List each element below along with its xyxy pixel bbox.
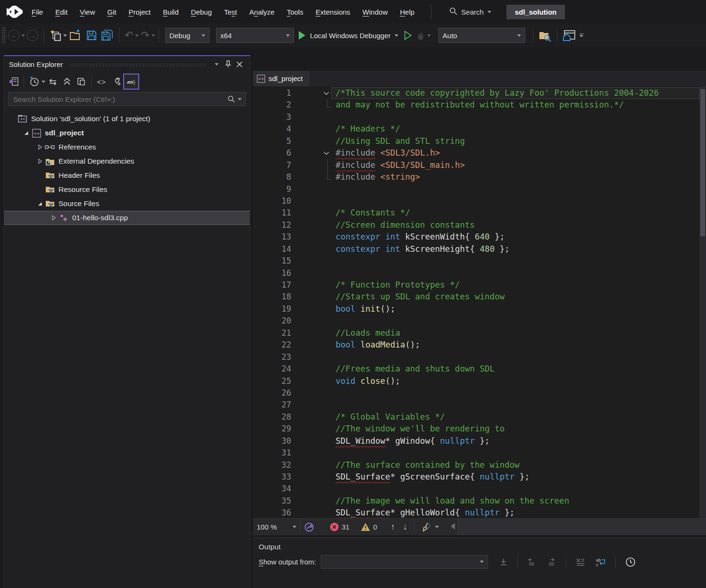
- platform-combo[interactable]: x64: [216, 28, 294, 43]
- solution-explorer-search-box[interactable]: [8, 92, 246, 106]
- menu-window[interactable]: Window: [356, 6, 394, 18]
- code-line-14[interactable]: 14constexpr int kScreenHeight{ 480 };: [253, 243, 699, 255]
- properties-button[interactable]: [109, 75, 122, 88]
- redo-caret-icon[interactable]: [151, 34, 155, 37]
- code-line-30[interactable]: 30SDL_Window* gWindow{ nullptr };: [253, 435, 699, 447]
- tree-item-01-hello-sdl3-cpp[interactable]: 01-hello-sdl3.cpp: [4, 211, 250, 225]
- tree-item-header-files[interactable]: Header Files: [4, 168, 250, 182]
- menu-help[interactable]: Help: [394, 6, 420, 18]
- code-line-24[interactable]: 24//Frees media and shuts down SDL: [253, 363, 699, 375]
- code-line-6[interactable]: 6#include <SDL3/SDL.h>: [253, 147, 699, 159]
- line-number[interactable]: 4: [253, 123, 291, 135]
- code-line-27[interactable]: 27: [253, 399, 699, 411]
- solution-explorer-shortcut-button[interactable]: [537, 27, 554, 44]
- line-number[interactable]: 20: [253, 315, 291, 327]
- code-line-3[interactable]: 3: [253, 111, 699, 123]
- code-line-34[interactable]: 34: [253, 483, 699, 495]
- line-number[interactable]: 34: [253, 483, 291, 495]
- hot-reload-button[interactable]: [414, 27, 427, 44]
- code-line-8[interactable]: 8#include <string>: [253, 171, 699, 183]
- scroll-left-arrow-icon[interactable]: [451, 523, 455, 530]
- undo-button[interactable]: ↶: [123, 27, 135, 44]
- code-line-18[interactable]: 18//Starts up SDL and creates window: [253, 291, 699, 303]
- sync-with-active-document-button[interactable]: ⇆: [46, 75, 59, 88]
- line-number[interactable]: 36: [253, 507, 291, 519]
- menu-test[interactable]: Test: [218, 6, 244, 18]
- code-line-19[interactable]: 19bool init();: [253, 303, 699, 315]
- pending-changes-filter-button[interactable]: [27, 75, 41, 88]
- line-number[interactable]: 8: [253, 171, 291, 183]
- save-all-button[interactable]: [99, 27, 116, 44]
- solution-name-badge[interactable]: sdl_solution: [506, 5, 565, 19]
- code-line-11[interactable]: 11/* Constants */: [253, 207, 699, 219]
- tree-item-sdl-project[interactable]: ++sdl_project: [4, 126, 250, 140]
- toolbar-grip[interactable]: [2, 27, 6, 44]
- line-number[interactable]: 25: [253, 375, 291, 387]
- code-line-5[interactable]: 5//Using SDL and STL string: [253, 135, 699, 147]
- line-number[interactable]: 16: [253, 267, 291, 279]
- tree-item-resource-files[interactable]: Resource Files: [4, 182, 250, 197]
- menu-debug[interactable]: Debug: [185, 6, 218, 18]
- show-output-from-combo[interactable]: [321, 555, 488, 569]
- line-number[interactable]: 35: [253, 495, 291, 507]
- code-line-4[interactable]: 4/* Headers */: [253, 123, 699, 135]
- solution-explorer-search-input[interactable]: [12, 95, 227, 104]
- line-number[interactable]: 2: [253, 99, 291, 111]
- line-number[interactable]: 32: [253, 459, 291, 471]
- line-number[interactable]: 29: [253, 423, 291, 435]
- code-line-26[interactable]: 26: [253, 387, 699, 399]
- line-number[interactable]: 33: [253, 471, 291, 483]
- undo-caret-icon[interactable]: [135, 34, 139, 37]
- start-window-button[interactable]: [561, 27, 578, 44]
- line-number[interactable]: 12: [253, 219, 291, 231]
- new-project-button[interactable]: [47, 27, 63, 44]
- line-number[interactable]: 22: [253, 339, 291, 351]
- hot-reload-caret-icon[interactable]: [427, 34, 431, 37]
- line-number[interactable]: 15: [253, 255, 291, 267]
- word-wrap-button[interactable]: ab c: [596, 557, 606, 567]
- code-line-1[interactable]: 1/*This source code copyrighted by Lazy …: [253, 87, 699, 99]
- code-cleanup-button[interactable]: [421, 522, 432, 532]
- code-line-10[interactable]: 10: [253, 195, 699, 207]
- back-caret-icon[interactable]: [21, 34, 25, 37]
- tree-collapsed-arrow-icon[interactable]: [35, 142, 45, 152]
- start-without-debugging-button[interactable]: [402, 27, 414, 44]
- line-number[interactable]: 28: [253, 411, 291, 423]
- menu-build[interactable]: Build: [157, 6, 185, 18]
- line-number[interactable]: 23: [253, 351, 291, 363]
- line-number[interactable]: 30: [253, 435, 291, 447]
- pin-button[interactable]: [222, 59, 234, 69]
- preview-selected-items-button[interactable]: [123, 74, 139, 90]
- code-line-17[interactable]: 17/* Function Prototypes */: [253, 279, 699, 291]
- code-line-21[interactable]: 21//Loads media: [253, 327, 699, 339]
- zoom-level-combo[interactable]: 100 %: [253, 519, 301, 535]
- code-line-35[interactable]: 35//The image we will load and show on t…: [253, 495, 699, 507]
- code-line-33[interactable]: 33SDL_Surface* gScreenSurface{ nullptr }…: [253, 471, 699, 483]
- line-number[interactable]: 5: [253, 135, 291, 147]
- menu-git[interactable]: Git: [101, 6, 122, 18]
- line-number[interactable]: 21: [253, 327, 291, 339]
- code-line-36[interactable]: 36SDL_Surface* gHelloWorld{ nullptr };: [253, 507, 699, 519]
- code-line-25[interactable]: 25void close();: [253, 375, 699, 387]
- code-line-28[interactable]: 28/* Global Variables */: [253, 411, 699, 423]
- code-line-2[interactable]: 2and may not be redistributed without wr…: [253, 99, 699, 111]
- line-number[interactable]: 1: [253, 87, 291, 99]
- line-number[interactable]: 19: [253, 303, 291, 315]
- tree-item-source-files[interactable]: Source Files: [4, 197, 250, 211]
- open-file-button[interactable]: [67, 27, 84, 44]
- close-button[interactable]: [234, 59, 245, 69]
- line-number[interactable]: 24: [253, 363, 291, 375]
- code-line-9[interactable]: 9: [253, 183, 699, 195]
- toolbar-overflow-button[interactable]: [578, 27, 586, 44]
- line-number[interactable]: 18: [253, 291, 291, 303]
- new-project-caret-icon[interactable]: [63, 34, 67, 37]
- line-number[interactable]: 7: [253, 159, 291, 171]
- code-line-20[interactable]: 20: [253, 315, 699, 327]
- vertical-scrollbar[interactable]: [699, 86, 706, 519]
- tree-expanded-arrow-icon[interactable]: [35, 199, 45, 208]
- menu-project[interactable]: Project: [122, 6, 157, 18]
- line-number[interactable]: 11: [253, 207, 291, 219]
- line-number[interactable]: 13: [253, 231, 291, 243]
- switch-views-button[interactable]: [7, 75, 20, 88]
- line-number[interactable]: 3: [253, 111, 291, 123]
